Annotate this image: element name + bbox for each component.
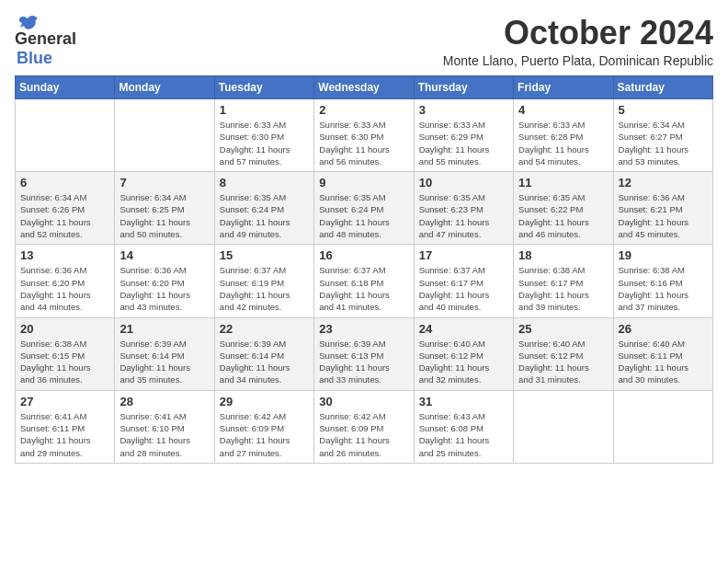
- calendar-cell: 9Sunrise: 6:35 AM Sunset: 6:24 PM Daylig…: [314, 172, 414, 245]
- day-info: Sunrise: 6:35 AM Sunset: 6:22 PM Dayligh…: [518, 191, 608, 240]
- calendar-cell: 19Sunrise: 6:38 AM Sunset: 6:16 PM Dayli…: [613, 245, 712, 317]
- day-info: Sunrise: 6:39 AM Sunset: 6:14 PM Dayligh…: [220, 338, 309, 386]
- calendar-cell: 21Sunrise: 6:39 AM Sunset: 6:14 PM Dayli…: [115, 317, 214, 390]
- calendar-cell: 16Sunrise: 6:37 AM Sunset: 6:18 PM Dayli…: [314, 245, 414, 317]
- day-number: 30: [319, 395, 408, 408]
- day-number: 12: [619, 176, 708, 190]
- calendar-table: SundayMondayTuesdayWednesdayThursdayFrid…: [15, 75, 713, 464]
- calendar-cell: 1Sunrise: 6:33 AM Sunset: 6:30 PM Daylig…: [214, 99, 313, 172]
- weekday-header-saturday: Saturday: [613, 76, 712, 99]
- day-number: 19: [619, 248, 708, 262]
- day-info: Sunrise: 6:34 AM Sunset: 6:27 PM Dayligh…: [619, 119, 708, 167]
- calendar-week-1: 1Sunrise: 6:33 AM Sunset: 6:30 PM Daylig…: [16, 99, 713, 172]
- calendar-cell: 15Sunrise: 6:37 AM Sunset: 6:19 PM Dayli…: [214, 245, 313, 317]
- day-info: Sunrise: 6:41 AM Sunset: 6:10 PM Dayligh…: [119, 410, 209, 459]
- day-number: 17: [419, 248, 508, 262]
- day-number: 9: [319, 176, 408, 190]
- calendar-cell: 24Sunrise: 6:40 AM Sunset: 6:12 PM Dayli…: [414, 317, 513, 390]
- day-info: Sunrise: 6:35 AM Sunset: 6:24 PM Dayligh…: [220, 191, 309, 240]
- calendar-cell: 20Sunrise: 6:38 AM Sunset: 6:15 PM Dayli…: [16, 317, 115, 390]
- day-number: 2: [319, 103, 408, 117]
- day-info: Sunrise: 6:36 AM Sunset: 6:20 PM Dayligh…: [20, 264, 109, 313]
- calendar-cell: 18Sunrise: 6:38 AM Sunset: 6:17 PM Dayli…: [514, 245, 613, 317]
- day-info: Sunrise: 6:42 AM Sunset: 6:09 PM Dayligh…: [220, 410, 309, 459]
- day-info: Sunrise: 6:37 AM Sunset: 6:18 PM Dayligh…: [319, 264, 408, 313]
- day-number: 6: [20, 176, 109, 190]
- day-number: 27: [20, 395, 109, 408]
- calendar-week-4: 20Sunrise: 6:38 AM Sunset: 6:15 PM Dayli…: [16, 317, 713, 390]
- day-number: 25: [518, 322, 608, 336]
- calendar-cell: 13Sunrise: 6:36 AM Sunset: 6:20 PM Dayli…: [16, 245, 115, 317]
- day-info: Sunrise: 6:34 AM Sunset: 6:25 PM Dayligh…: [119, 191, 209, 240]
- weekday-header-wednesday: Wednesday: [314, 76, 414, 99]
- day-number: 1: [220, 103, 309, 117]
- day-info: Sunrise: 6:38 AM Sunset: 6:16 PM Dayligh…: [619, 264, 708, 313]
- calendar-cell: 2Sunrise: 6:33 AM Sunset: 6:30 PM Daylig…: [314, 99, 414, 172]
- day-number: 20: [20, 322, 109, 336]
- weekday-header-thursday: Thursday: [414, 76, 513, 99]
- day-info: Sunrise: 6:34 AM Sunset: 6:26 PM Dayligh…: [20, 191, 109, 240]
- calendar-cell: 29Sunrise: 6:42 AM Sunset: 6:09 PM Dayli…: [214, 390, 313, 463]
- calendar-cell: 26Sunrise: 6:40 AM Sunset: 6:11 PM Dayli…: [613, 317, 712, 390]
- day-info: Sunrise: 6:40 AM Sunset: 6:11 PM Dayligh…: [619, 338, 708, 386]
- day-info: Sunrise: 6:38 AM Sunset: 6:15 PM Dayligh…: [20, 338, 109, 386]
- calendar-cell: 12Sunrise: 6:36 AM Sunset: 6:21 PM Dayli…: [613, 172, 712, 245]
- weekday-header-tuesday: Tuesday: [214, 76, 313, 99]
- day-info: Sunrise: 6:33 AM Sunset: 6:30 PM Dayligh…: [220, 119, 309, 167]
- day-number: 3: [419, 103, 508, 117]
- page-header: General Blue October 2024 Monte Llano, P…: [15, 15, 713, 68]
- day-info: Sunrise: 6:41 AM Sunset: 6:11 PM Dayligh…: [20, 410, 109, 459]
- day-info: Sunrise: 6:39 AM Sunset: 6:14 PM Dayligh…: [119, 338, 209, 386]
- calendar-cell: 5Sunrise: 6:34 AM Sunset: 6:27 PM Daylig…: [613, 99, 712, 172]
- day-info: Sunrise: 6:40 AM Sunset: 6:12 PM Dayligh…: [518, 338, 608, 386]
- month-title: October 2024: [443, 15, 713, 52]
- day-info: Sunrise: 6:33 AM Sunset: 6:28 PM Dayligh…: [518, 119, 608, 167]
- calendar-cell: [514, 390, 613, 463]
- calendar-cell: 23Sunrise: 6:39 AM Sunset: 6:13 PM Dayli…: [314, 317, 414, 390]
- day-info: Sunrise: 6:36 AM Sunset: 6:21 PM Dayligh…: [619, 191, 708, 240]
- location-title: Monte Llano, Puerto Plata, Dominican Rep…: [443, 53, 713, 68]
- calendar-cell: 4Sunrise: 6:33 AM Sunset: 6:28 PM Daylig…: [514, 99, 613, 172]
- logo-blue-text: Blue: [17, 49, 52, 67]
- calendar-cell: 25Sunrise: 6:40 AM Sunset: 6:12 PM Dayli…: [514, 317, 613, 390]
- day-info: Sunrise: 6:33 AM Sunset: 6:29 PM Dayligh…: [419, 119, 508, 167]
- logo: General Blue: [15, 15, 76, 68]
- day-info: Sunrise: 6:35 AM Sunset: 6:24 PM Dayligh…: [319, 191, 408, 240]
- calendar-cell: 17Sunrise: 6:37 AM Sunset: 6:17 PM Dayli…: [414, 245, 513, 317]
- calendar-cell: 3Sunrise: 6:33 AM Sunset: 6:29 PM Daylig…: [414, 99, 513, 172]
- day-info: Sunrise: 6:35 AM Sunset: 6:23 PM Dayligh…: [419, 191, 508, 240]
- calendar-cell: [613, 390, 712, 463]
- calendar-cell: 8Sunrise: 6:35 AM Sunset: 6:24 PM Daylig…: [214, 172, 313, 245]
- calendar-cell: 31Sunrise: 6:43 AM Sunset: 6:08 PM Dayli…: [414, 390, 513, 463]
- day-info: Sunrise: 6:39 AM Sunset: 6:13 PM Dayligh…: [319, 338, 408, 386]
- calendar-title-area: October 2024 Monte Llano, Puerto Plata, …: [443, 15, 713, 68]
- calendar-body: 1Sunrise: 6:33 AM Sunset: 6:30 PM Daylig…: [16, 99, 713, 464]
- day-number: 10: [419, 176, 508, 190]
- day-number: 4: [518, 103, 608, 117]
- weekday-header-monday: Monday: [115, 76, 214, 99]
- day-number: 15: [220, 248, 309, 262]
- day-number: 13: [20, 248, 109, 262]
- day-info: Sunrise: 6:38 AM Sunset: 6:17 PM Dayligh…: [518, 264, 608, 313]
- day-info: Sunrise: 6:43 AM Sunset: 6:08 PM Dayligh…: [419, 410, 508, 459]
- calendar-cell: [115, 99, 214, 172]
- day-number: 8: [220, 176, 309, 190]
- calendar-cell: 28Sunrise: 6:41 AM Sunset: 6:10 PM Dayli…: [115, 390, 214, 463]
- calendar-cell: 10Sunrise: 6:35 AM Sunset: 6:23 PM Dayli…: [414, 172, 513, 245]
- day-info: Sunrise: 6:40 AM Sunset: 6:12 PM Dayligh…: [419, 338, 508, 386]
- calendar-cell: [16, 99, 115, 172]
- day-info: Sunrise: 6:36 AM Sunset: 6:20 PM Dayligh…: [119, 264, 209, 313]
- weekday-header-friday: Friday: [514, 76, 613, 99]
- day-info: Sunrise: 6:37 AM Sunset: 6:19 PM Dayligh…: [220, 264, 309, 313]
- day-info: Sunrise: 6:42 AM Sunset: 6:09 PM Dayligh…: [319, 410, 408, 459]
- day-number: 16: [319, 248, 408, 262]
- day-number: 29: [220, 395, 309, 408]
- day-number: 7: [119, 176, 209, 190]
- day-number: 31: [419, 395, 508, 408]
- day-info: Sunrise: 6:37 AM Sunset: 6:17 PM Dayligh…: [419, 264, 508, 313]
- day-number: 28: [119, 395, 209, 408]
- day-number: 26: [619, 322, 708, 336]
- calendar-cell: 11Sunrise: 6:35 AM Sunset: 6:22 PM Dayli…: [514, 172, 613, 245]
- calendar-cell: 30Sunrise: 6:42 AM Sunset: 6:09 PM Dayli…: [314, 390, 414, 463]
- day-number: 5: [619, 103, 708, 117]
